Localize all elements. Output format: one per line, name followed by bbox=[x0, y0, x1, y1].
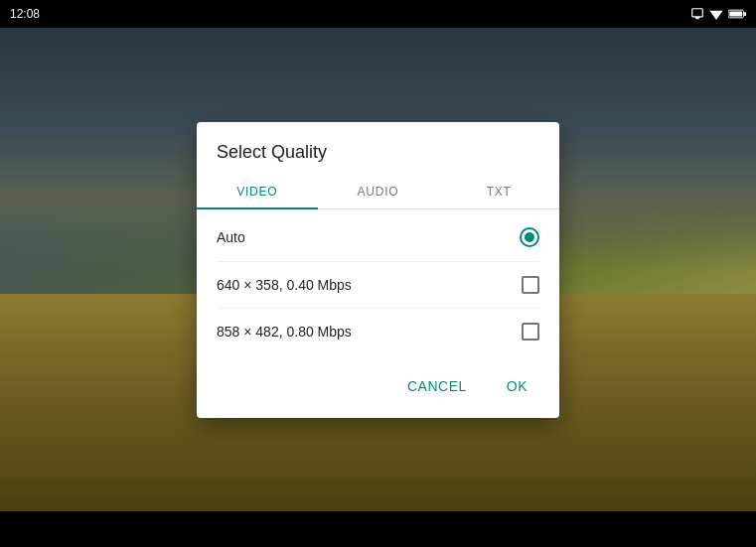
bottom-bar bbox=[0, 511, 756, 547]
tab-txt[interactable]: TXT bbox=[438, 175, 559, 208]
svg-rect-1 bbox=[695, 18, 699, 19]
svg-rect-5 bbox=[729, 11, 742, 16]
tab-video[interactable]: VIDEO bbox=[197, 175, 318, 208]
svg-marker-3 bbox=[709, 11, 722, 20]
tab-bar: VIDEO AUDIO TXT bbox=[197, 175, 559, 209]
quality-dialog: Select Quality VIDEO AUDIO TXT Auto 640 … bbox=[197, 122, 559, 418]
screenshot-icon bbox=[690, 7, 704, 21]
checkbox-640[interactable] bbox=[522, 276, 539, 294]
wifi-icon bbox=[708, 7, 724, 21]
option-858[interactable]: 858 × 482, 0.80 Mbps bbox=[197, 309, 559, 354]
tab-audio[interactable]: AUDIO bbox=[318, 175, 439, 208]
dialog-actions: CANCEL OK bbox=[197, 358, 559, 410]
status-icons bbox=[690, 7, 746, 21]
option-640[interactable]: 640 × 358, 0.40 Mbps bbox=[197, 262, 559, 308]
checkbox-858[interactable] bbox=[522, 323, 539, 341]
dialog-title: Select Quality bbox=[197, 122, 559, 175]
radio-auto[interactable] bbox=[520, 227, 539, 247]
option-auto-label: Auto bbox=[217, 229, 520, 245]
svg-rect-2 bbox=[695, 17, 700, 18]
svg-rect-0 bbox=[692, 9, 703, 17]
status-bar: 12:08 bbox=[0, 0, 756, 28]
option-858-label: 858 × 482, 0.80 Mbps bbox=[217, 324, 522, 340]
status-time: 12:08 bbox=[10, 7, 40, 21]
svg-rect-6 bbox=[744, 12, 746, 16]
ok-button[interactable]: OK bbox=[491, 370, 543, 402]
option-auto[interactable]: Auto bbox=[197, 213, 559, 261]
dialog-overlay: Select Quality VIDEO AUDIO TXT Auto 640 … bbox=[0, 28, 756, 511]
options-list: Auto 640 × 358, 0.40 Mbps 858 × 482, 0.8… bbox=[197, 209, 559, 358]
cancel-button[interactable]: CANCEL bbox=[391, 370, 483, 402]
option-640-label: 640 × 358, 0.40 Mbps bbox=[217, 277, 522, 293]
battery-icon bbox=[728, 8, 746, 20]
